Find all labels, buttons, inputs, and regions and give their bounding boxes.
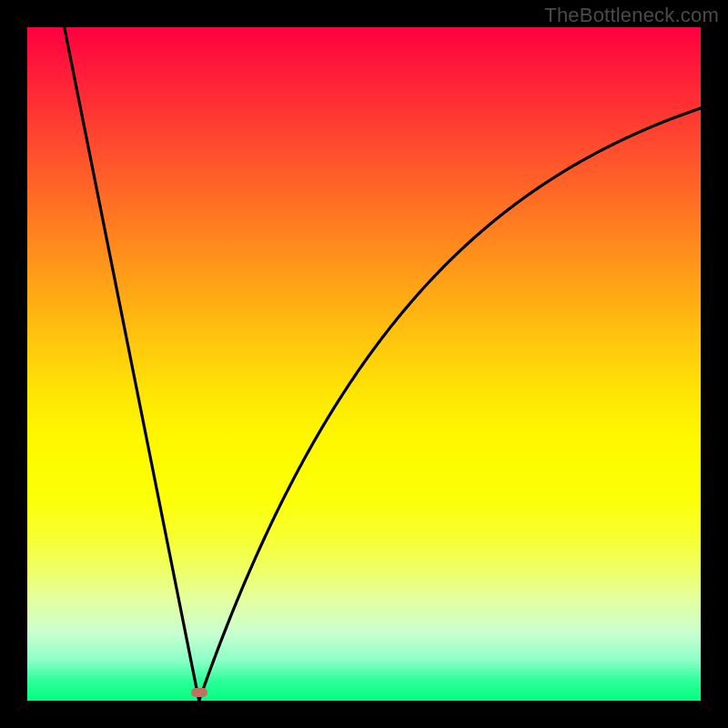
plot-area [27,27,701,701]
attribution-label: TheBottleneck.com [544,4,719,27]
bottleneck-curve [27,27,701,701]
minimum-marker [191,688,207,697]
chart-frame: TheBottleneck.com [0,0,728,728]
